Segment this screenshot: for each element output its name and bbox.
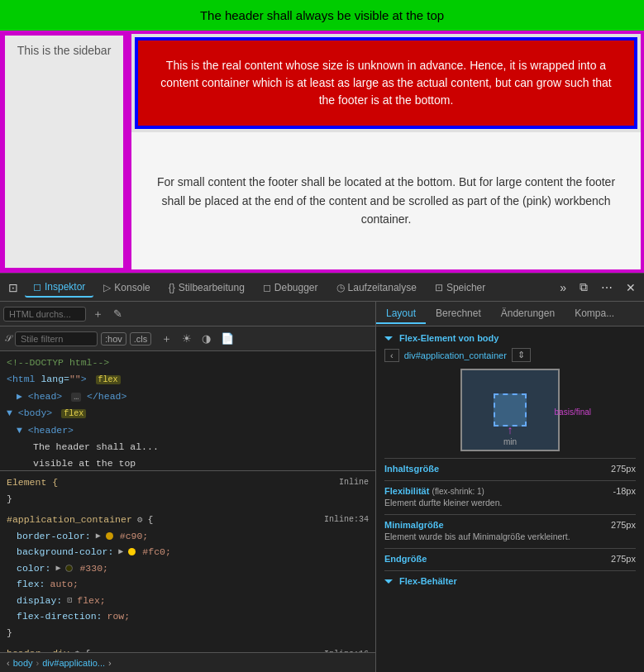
tab-stilbearbeitung[interactable]: {} Stilbearbeitung [160, 279, 253, 297]
devtools-body: ＋ ✎ 𝒮 :hov .cls ＋ ☀ ◑ 📄 <!--DOCTYP h [0, 302, 644, 672]
tab-inspektor-label: Inspektor [45, 281, 85, 293]
label-inhaltsgroesse: Inhaltsgröße [384, 464, 439, 474]
divider-1 [384, 458, 636, 459]
css-rule-app-container: #application_container ⚙ { Inline:34 bor… [7, 512, 369, 641]
add-node-button[interactable]: ＋ [89, 305, 107, 323]
divider-5 [384, 570, 636, 571]
devtools-toolbar: ⊡ ◻ Inspektor ▷ Konsole {} Stilbearbeitu… [0, 274, 644, 302]
triangle-down-icon [384, 336, 393, 341]
css-filter-bar: 𝒮 :hov .cls ＋ ☀ ◑ 📄 [0, 326, 375, 351]
filter-hover-tag[interactable]: :hov [101, 332, 126, 346]
layout-row-flex: Flexibilität (flex-shrink: 1) Element du… [384, 486, 636, 508]
color-swatch-bg[interactable] [128, 548, 136, 555]
gear-icon-header[interactable]: ⚙ [74, 646, 80, 652]
value-flexibilitaet: -18px [613, 486, 636, 496]
html-line-doctype[interactable]: <!--DOCTYP html--> [0, 355, 375, 371]
light-scheme-button[interactable]: ☀ [179, 330, 195, 348]
html-tree: <!--DOCTYP html--> <html lang=""> flex ▶… [0, 351, 375, 470]
html-line-header[interactable]: ▼ <header> [0, 422, 375, 439]
layout-tab-kompa[interactable]: Kompa... [565, 304, 624, 324]
box-label: min [503, 437, 517, 446]
dock-button[interactable]: ⧉ [575, 277, 593, 298]
style-file-button[interactable]: 📄 [217, 330, 237, 348]
box-model-arrow: ↑ [508, 423, 513, 436]
tab-laufzeitanalyse-label: Laufzeitanalyse [348, 282, 417, 293]
tab-inspektor-icon: ◻ [33, 281, 41, 293]
tab-debugger-label: Debugger [274, 282, 318, 293]
tab-debugger-icon: ◻ [263, 282, 271, 293]
breadcrumb-body[interactable]: body [13, 658, 33, 668]
dark-scheme-button[interactable]: ◑ [198, 330, 214, 348]
layout-nav: ‹ div#application_container ⇕ [384, 348, 636, 362]
html-line-header-text1[interactable]: The header shall al... [0, 439, 375, 455]
devtools-panel: ⊡ ◻ Inspektor ▷ Konsole {} Stilbearbeitu… [0, 273, 644, 672]
tab-speicher-label: Speicher [446, 282, 485, 293]
desc-flexibilitaet: Element durfte kleiner werden. [384, 498, 502, 508]
label-endgroesse: Endgröße [384, 554, 427, 564]
tab-inspektor[interactable]: ◻ Inspektor [25, 278, 93, 298]
desc-minimalgroesse: Element wurde bis auf Minimalgröße verkl… [384, 531, 570, 541]
box-model-container: ↑ min basis/final [384, 369, 636, 451]
preview-header-text: The header shall always be visible at th… [200, 8, 444, 22]
layout-tab-aenderungen[interactable]: Änderungen [491, 304, 565, 324]
breadcrumb-app-container[interactable]: div#applicatio... [42, 658, 105, 668]
layout-tab-layout[interactable]: Layout [376, 304, 426, 324]
preview-workbench: This is the real content whose size is u… [128, 31, 644, 273]
box-basis-label: basis/final [555, 407, 591, 417]
layout-tab-berechnet[interactable]: Berechnet [426, 304, 491, 324]
preview-sidebar: This is the sidebar [0, 31, 128, 273]
preview-content-text: This is the real content whose size is u… [160, 59, 612, 107]
html-panel: ＋ ✎ 𝒮 :hov .cls ＋ ☀ ◑ 📄 <!--DOCTYP h [0, 302, 376, 672]
value-minimalgroesse: 275px [611, 520, 636, 530]
html-search-input[interactable] [3, 307, 86, 322]
layout-nav-forward[interactable]: ⇕ [512, 348, 531, 362]
css-selector-app: #application_container [7, 512, 132, 528]
close-devtools-button[interactable]: ✕ [621, 278, 641, 298]
css-prop-flex-direction: flex-direction: [17, 608, 103, 625]
color-swatch-color[interactable] [65, 565, 73, 572]
inspect-element-button[interactable]: ⊡ [3, 278, 23, 298]
color-swatch-border[interactable] [106, 532, 113, 540]
tab-konsole[interactable]: ▷ Konsole [95, 279, 158, 297]
breadcrumb-arrow-left[interactable]: ‹ [7, 658, 10, 668]
html-line-head[interactable]: ▶ <head> … </head> [0, 388, 375, 405]
gear-icon-app[interactable]: ⚙ [137, 512, 143, 528]
html-line-html[interactable]: <html lang=""> flex [0, 371, 375, 388]
preview-footer: For small content the footer shall be lo… [131, 132, 641, 269]
label-flexibilitaet: Flexibilität [384, 486, 429, 496]
filter-style-icon: 𝒮 [5, 333, 12, 344]
divider-4 [384, 548, 636, 549]
more-options-button[interactable]: ⋯ [596, 278, 618, 298]
layout-row-min-size: Minimalgröße Element wurde bis auf Minim… [384, 520, 636, 541]
css-prop-border-color: border-color: [17, 528, 91, 545]
box-model-inner: ↑ [494, 393, 527, 427]
css-prop-bg-color: background-color: [17, 544, 113, 560]
css-panel: Element { Inline } #application_containe… [0, 470, 375, 652]
css-prop-display: display: [17, 593, 62, 609]
more-tabs-button[interactable]: » [555, 278, 571, 298]
tab-debugger[interactable]: ◻ Debugger [255, 279, 327, 297]
breadcrumb-arrow-right[interactable]: › [108, 658, 112, 668]
sublabel-flexibilitaet: (flex-shrink: 1) [432, 487, 484, 496]
layout-content: Flex-Element von body ‹ div#application_… [376, 326, 644, 672]
label-minimalgroesse: Minimalgröße [384, 520, 570, 530]
preview-sidebar-text: This is the sidebar [17, 44, 112, 57]
filter-cls-tag[interactable]: .cls [130, 332, 152, 346]
layout-element-label: div#application_container [404, 350, 507, 360]
edit-node-button[interactable]: ✎ [110, 306, 126, 322]
layout-nav-back[interactable]: ‹ [384, 349, 399, 362]
css-filter-input[interactable] [15, 331, 98, 346]
breadcrumb: ‹ body › div#applicatio... › [0, 652, 375, 672]
css-prop-color: color: [17, 560, 50, 577]
tab-laufzeitanalyse[interactable]: ◷ Laufzeitanalyse [328, 279, 425, 297]
css-selector-header-div: header, div [7, 646, 69, 652]
divider-2 [384, 480, 636, 481]
html-line-header-text2[interactable]: visible at the top [0, 455, 375, 470]
html-line-body[interactable]: ▼ <body> flex [0, 405, 375, 422]
tab-speicher[interactable]: ⊡ Speicher [427, 279, 494, 297]
tab-konsole-icon: ▷ [103, 282, 111, 293]
tab-konsole-label: Konsole [114, 282, 150, 293]
add-style-button[interactable]: ＋ [158, 330, 175, 348]
tab-speicher-icon: ⊡ [435, 282, 443, 293]
tab-stilbearbeitung-icon: {} [169, 282, 175, 293]
